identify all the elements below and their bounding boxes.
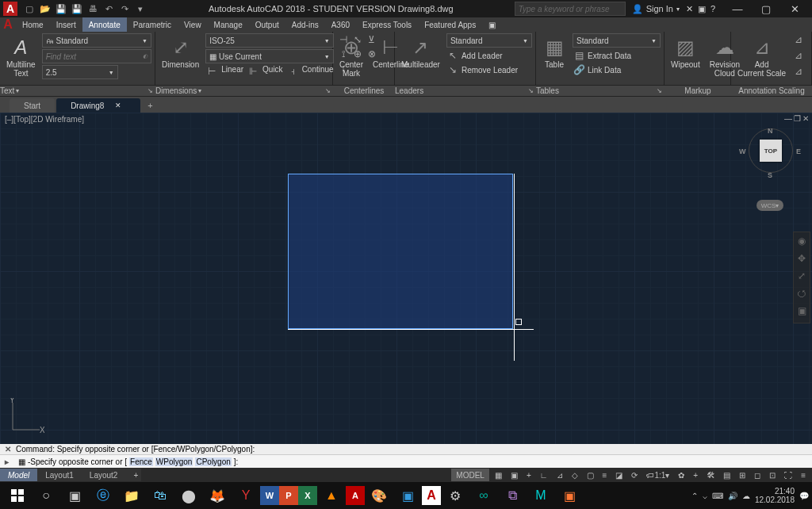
steering-wheel-icon[interactable]: ◉ bbox=[795, 235, 809, 250]
start-button[interactable] bbox=[3, 484, 32, 507]
fusion-icon[interactable]: ▣ bbox=[555, 484, 584, 507]
doc-tab-drawing8[interactable]: Drawing8✕ bbox=[56, 98, 140, 113]
maximize-button[interactable]: ▢ bbox=[752, 0, 780, 17]
saveas-icon[interactable]: 💾 bbox=[70, 2, 84, 16]
add-leader-button[interactable]: Add Leader bbox=[462, 52, 503, 60]
tab-view[interactable]: View bbox=[178, 17, 208, 32]
cmd-close-icon[interactable]: ✕ bbox=[5, 445, 16, 454]
notifications-icon[interactable]: 💬 bbox=[799, 492, 809, 500]
redo-icon[interactable]: ↷ bbox=[117, 2, 132, 16]
word-icon[interactable]: W bbox=[260, 486, 279, 505]
hardware-icon[interactable]: ⊡ bbox=[766, 469, 779, 481]
tab-annotate[interactable]: Annotate bbox=[82, 17, 127, 32]
command-input[interactable]: ▸ ▦ -Specify opposite corner or [ Fence … bbox=[0, 455, 812, 468]
explorer-icon[interactable]: 📁 bbox=[117, 484, 146, 507]
new-icon[interactable]: ▢ bbox=[22, 2, 36, 16]
option-wpolygon[interactable]: WPolygon bbox=[155, 457, 193, 466]
orbit-icon[interactable]: ⭯ bbox=[795, 288, 809, 302]
lock-ui-icon[interactable]: ⊞ bbox=[736, 469, 749, 481]
compass-n[interactable]: N bbox=[768, 127, 773, 135]
panel-title-markup[interactable]: Markup bbox=[665, 86, 731, 95]
tab-express-tools[interactable]: Express Tools bbox=[356, 17, 418, 32]
vlc-icon[interactable]: ▲ bbox=[317, 484, 346, 507]
linear-button[interactable]: Linear bbox=[221, 65, 243, 78]
open-icon[interactable]: 📂 bbox=[38, 2, 52, 16]
add-layout-button[interactable]: + bbox=[125, 469, 141, 481]
continue-icon[interactable]: ⫞ bbox=[286, 65, 299, 78]
excel-icon[interactable]: X bbox=[298, 486, 317, 505]
extract-data-icon[interactable]: ▤ bbox=[573, 49, 585, 62]
vs-icon[interactable]: ⧉ bbox=[498, 484, 527, 507]
units-icon[interactable]: 🛠 bbox=[703, 469, 718, 481]
compass-w[interactable]: W bbox=[739, 147, 746, 155]
vp-close-icon[interactable]: ✕ bbox=[802, 114, 809, 123]
scale-list-icon[interactable]: ⊿ bbox=[792, 33, 805, 46]
tab-manage[interactable]: Manage bbox=[208, 17, 249, 32]
multileader-button[interactable]: ↗Multileader bbox=[398, 33, 443, 71]
snap-toggle-icon[interactable]: ▣ bbox=[508, 469, 521, 481]
taskview-icon[interactable]: ▣ bbox=[60, 484, 89, 507]
isolate-icon[interactable]: ◻ bbox=[751, 469, 764, 481]
table-style-dropdown[interactable]: Standard▼ bbox=[573, 33, 661, 48]
virtualbox-icon[interactable]: ▣ bbox=[393, 484, 422, 507]
ucs-icon[interactable]: Y X bbox=[8, 398, 44, 434]
app-logo[interactable]: A bbox=[3, 2, 17, 16]
sign-in-button[interactable]: 👤 Sign In ▾ bbox=[632, 4, 680, 14]
onedrive-icon[interactable]: ☁ bbox=[742, 492, 750, 500]
add-leader-icon[interactable]: ↖ bbox=[446, 49, 459, 62]
chrome-icon[interactable]: ⬤ bbox=[174, 484, 203, 507]
compass-e[interactable]: E bbox=[796, 147, 801, 155]
tab-featured-apps[interactable]: Featured Apps bbox=[418, 17, 482, 32]
tray-expand-icon[interactable]: ⌃ bbox=[691, 492, 698, 500]
viewcube[interactable]: N E S W TOP WCS ▾ bbox=[733, 128, 804, 216]
wcs-dropdown[interactable]: WCS ▾ bbox=[756, 200, 783, 211]
doc-tab-start[interactable]: Start bbox=[10, 98, 55, 113]
command-window[interactable]: ✕ Command: Specify opposite corner or [F… bbox=[0, 444, 812, 468]
help-search[interactable]: Type a keyword or phrase bbox=[515, 2, 626, 16]
option-fence[interactable]: Fence bbox=[129, 457, 153, 466]
ortho-icon[interactable]: ∟ bbox=[537, 469, 551, 481]
panel-title-dimensions[interactable]: Dimensions▾↘ bbox=[155, 86, 333, 95]
multiline-text-button[interactable]: A Multiline Text bbox=[3, 33, 39, 79]
workspace-icon[interactable]: ✿ bbox=[675, 469, 688, 481]
close-button[interactable]: ✕ bbox=[780, 0, 809, 17]
save-icon[interactable]: 💾 bbox=[54, 2, 68, 16]
viewport-controls[interactable]: [–][Top][2D Wireframe] bbox=[5, 115, 84, 124]
plot-icon[interactable]: 🖶 bbox=[86, 2, 100, 16]
system-clock[interactable]: 21:40 12.02.2018 bbox=[755, 487, 795, 504]
powerpoint-icon[interactable]: P bbox=[279, 486, 298, 505]
close-tab-icon[interactable]: ✕ bbox=[115, 101, 121, 109]
find-text-input[interactable]: Find text◐ bbox=[42, 49, 151, 63]
centermark-button[interactable]: ⊕Center Mark bbox=[336, 33, 366, 79]
new-tab-button[interactable]: + bbox=[142, 98, 158, 113]
panel-title-leaders[interactable]: Leaders↘ bbox=[395, 86, 536, 95]
status-modelspace[interactable]: MODEL bbox=[451, 469, 489, 481]
linear-icon[interactable]: ⊢ bbox=[205, 65, 218, 78]
vp-restore-icon[interactable]: ❐ bbox=[794, 114, 801, 123]
lineweight-icon[interactable]: ≡ bbox=[599, 469, 611, 481]
dim-style-dropdown[interactable]: ISO-25▼ bbox=[205, 33, 333, 48]
vp-minimize-icon[interactable]: — bbox=[784, 114, 792, 123]
infer-icon[interactable]: + bbox=[523, 469, 534, 481]
tab-pin-icon[interactable]: ▣ bbox=[482, 17, 502, 32]
arduino-icon[interactable]: ∞ bbox=[469, 484, 498, 507]
panel-title-text[interactable]: Text▾↘ bbox=[0, 86, 155, 95]
maya-icon[interactable]: M bbox=[527, 484, 555, 507]
acrobat-icon[interactable]: A bbox=[346, 486, 365, 505]
pan-icon[interactable]: ✥ bbox=[795, 253, 809, 267]
exchange-icon[interactable]: ✕ bbox=[686, 4, 693, 14]
a360-icon[interactable]: ▣ bbox=[698, 4, 706, 14]
compass-s[interactable]: S bbox=[768, 171, 772, 179]
panel-title-annotation[interactable]: Annotation Scaling bbox=[731, 86, 812, 95]
link-data-button[interactable]: Link Data bbox=[588, 66, 621, 75]
tab-model[interactable]: Model bbox=[0, 469, 37, 481]
link-data-icon[interactable]: 🔗 bbox=[573, 63, 585, 76]
dim-layer-dropdown[interactable]: ▦ Use Current▼ bbox=[205, 49, 333, 63]
viewcube-top[interactable]: TOP bbox=[760, 140, 782, 162]
osnap-icon[interactable]: ▢ bbox=[584, 469, 597, 481]
zoom-extents-icon[interactable]: ⤢ bbox=[795, 270, 809, 285]
tab-output[interactable]: Output bbox=[249, 17, 285, 32]
cleanscreen-icon[interactable]: ⛶ bbox=[781, 469, 795, 481]
extract-data-button[interactable]: Extract Data bbox=[588, 52, 631, 60]
scale-update-icon[interactable]: ⊿ bbox=[792, 65, 805, 78]
